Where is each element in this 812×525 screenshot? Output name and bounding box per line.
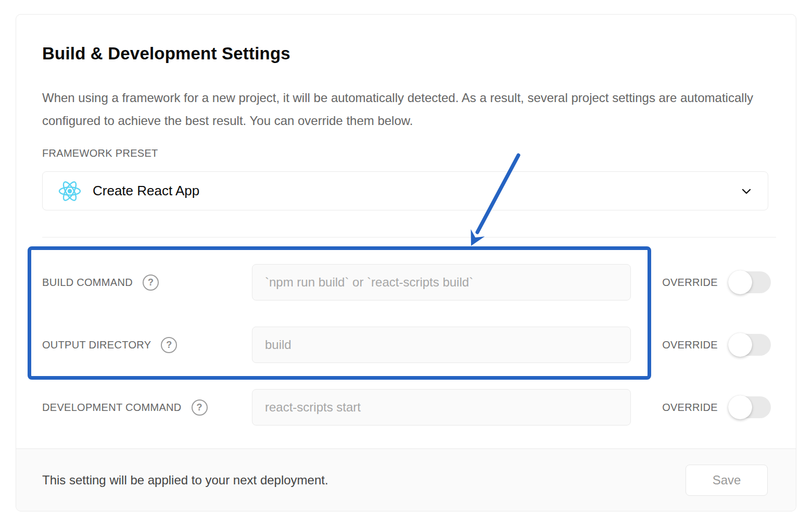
- toggle-knob: [728, 395, 752, 419]
- toggle-knob: [728, 333, 752, 357]
- framework-preset-select[interactable]: Create React App: [42, 171, 768, 210]
- framework-preset-label: FRAMEWORK PRESET: [42, 147, 158, 159]
- help-icon[interactable]: ?: [143, 274, 159, 291]
- settings-description: When using a framework for a new project…: [42, 86, 758, 132]
- development-command-row: DEVELOPMENT COMMAND ? OVERRIDE: [42, 389, 771, 426]
- build-command-input[interactable]: [252, 264, 631, 301]
- output-directory-label: OUTPUT DIRECTORY: [42, 339, 151, 351]
- output-directory-input[interactable]: [252, 327, 631, 363]
- build-command-label: BUILD COMMAND: [42, 277, 133, 289]
- output-directory-row: OUTPUT DIRECTORY ? OVERRIDE: [42, 327, 771, 363]
- build-command-label-group: BUILD COMMAND ?: [42, 274, 252, 291]
- override-toggle[interactable]: [729, 271, 771, 293]
- development-command-input[interactable]: [252, 389, 631, 426]
- chevron-down-icon: [739, 183, 754, 199]
- development-command-label: DEVELOPMENT COMMAND: [42, 402, 182, 414]
- override-toggle[interactable]: [729, 396, 771, 418]
- build-settings-card: Build & Development Settings When using …: [16, 14, 796, 511]
- build-command-row: BUILD COMMAND ? OVERRIDE: [42, 264, 771, 301]
- page-title: Build & Development Settings: [42, 44, 290, 64]
- override-label: OVERRIDE: [662, 402, 718, 414]
- help-icon[interactable]: ?: [161, 337, 177, 353]
- react-logo-icon: [57, 180, 82, 203]
- footer-bar: This setting will be applied to your nex…: [16, 448, 796, 511]
- framework-preset-value: Create React App: [93, 183, 199, 199]
- override-label: OVERRIDE: [662, 277, 718, 289]
- output-directory-label-group: OUTPUT DIRECTORY ?: [42, 337, 252, 353]
- override-label: OVERRIDE: [662, 339, 718, 351]
- help-icon[interactable]: ?: [192, 399, 208, 416]
- section-divider: [42, 237, 776, 238]
- development-command-label-group: DEVELOPMENT COMMAND ?: [42, 399, 252, 416]
- save-button[interactable]: Save: [686, 465, 768, 496]
- override-toggle[interactable]: [729, 334, 771, 356]
- toggle-knob: [728, 270, 752, 294]
- footer-note: This setting will be applied to your nex…: [42, 473, 328, 488]
